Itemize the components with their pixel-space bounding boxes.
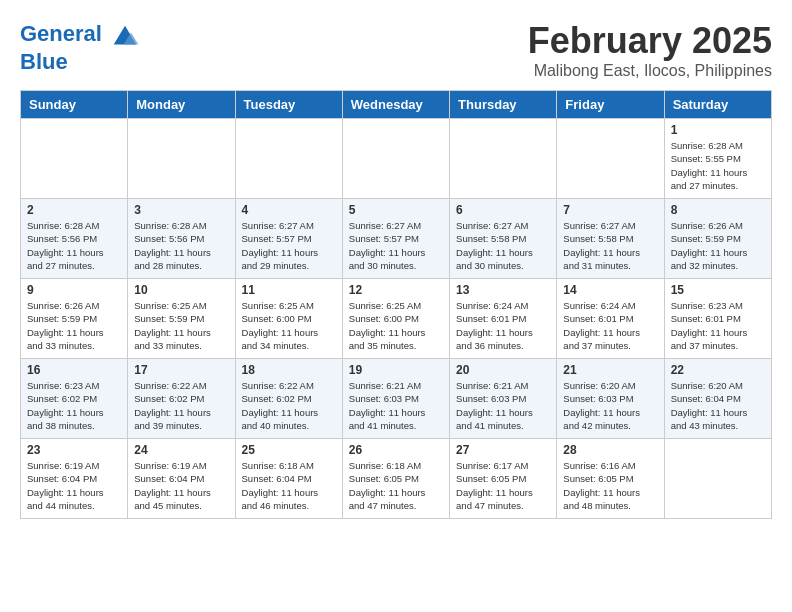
weekday-header-saturday: Saturday: [664, 91, 771, 119]
day-info: Sunrise: 6:25 AM Sunset: 6:00 PM Dayligh…: [242, 299, 336, 352]
weekday-header-thursday: Thursday: [450, 91, 557, 119]
weekday-header-friday: Friday: [557, 91, 664, 119]
day-info: Sunrise: 6:21 AM Sunset: 6:03 PM Dayligh…: [349, 379, 443, 432]
day-number: 7: [563, 203, 657, 217]
day-info: Sunrise: 6:23 AM Sunset: 6:02 PM Dayligh…: [27, 379, 121, 432]
day-number: 16: [27, 363, 121, 377]
calendar-week-2: 2Sunrise: 6:28 AM Sunset: 5:56 PM Daylig…: [21, 199, 772, 279]
day-number: 4: [242, 203, 336, 217]
day-info: Sunrise: 6:17 AM Sunset: 6:05 PM Dayligh…: [456, 459, 550, 512]
calendar-cell: 1Sunrise: 6:28 AM Sunset: 5:55 PM Daylig…: [664, 119, 771, 199]
day-number: 22: [671, 363, 765, 377]
logo-text: General: [20, 20, 140, 50]
calendar-cell: 11Sunrise: 6:25 AM Sunset: 6:00 PM Dayli…: [235, 279, 342, 359]
calendar-cell: 2Sunrise: 6:28 AM Sunset: 5:56 PM Daylig…: [21, 199, 128, 279]
day-number: 28: [563, 443, 657, 457]
calendar-cell: 17Sunrise: 6:22 AM Sunset: 6:02 PM Dayli…: [128, 359, 235, 439]
day-number: 18: [242, 363, 336, 377]
calendar-cell: 25Sunrise: 6:18 AM Sunset: 6:04 PM Dayli…: [235, 439, 342, 519]
day-info: Sunrise: 6:23 AM Sunset: 6:01 PM Dayligh…: [671, 299, 765, 352]
calendar-cell: 22Sunrise: 6:20 AM Sunset: 6:04 PM Dayli…: [664, 359, 771, 439]
calendar-cell: 13Sunrise: 6:24 AM Sunset: 6:01 PM Dayli…: [450, 279, 557, 359]
day-number: 11: [242, 283, 336, 297]
day-number: 9: [27, 283, 121, 297]
weekday-header-wednesday: Wednesday: [342, 91, 449, 119]
calendar-cell: 20Sunrise: 6:21 AM Sunset: 6:03 PM Dayli…: [450, 359, 557, 439]
calendar-cell: 18Sunrise: 6:22 AM Sunset: 6:02 PM Dayli…: [235, 359, 342, 439]
day-info: Sunrise: 6:20 AM Sunset: 6:04 PM Dayligh…: [671, 379, 765, 432]
day-info: Sunrise: 6:20 AM Sunset: 6:03 PM Dayligh…: [563, 379, 657, 432]
calendar-cell: 9Sunrise: 6:26 AM Sunset: 5:59 PM Daylig…: [21, 279, 128, 359]
calendar-cell: 7Sunrise: 6:27 AM Sunset: 5:58 PM Daylig…: [557, 199, 664, 279]
day-info: Sunrise: 6:24 AM Sunset: 6:01 PM Dayligh…: [456, 299, 550, 352]
day-number: 17: [134, 363, 228, 377]
calendar-cell: 26Sunrise: 6:18 AM Sunset: 6:05 PM Dayli…: [342, 439, 449, 519]
day-number: 14: [563, 283, 657, 297]
day-number: 8: [671, 203, 765, 217]
day-number: 1: [671, 123, 765, 137]
day-number: 20: [456, 363, 550, 377]
day-info: Sunrise: 6:26 AM Sunset: 5:59 PM Dayligh…: [27, 299, 121, 352]
weekday-header-sunday: Sunday: [21, 91, 128, 119]
calendar-cell: 15Sunrise: 6:23 AM Sunset: 6:01 PM Dayli…: [664, 279, 771, 359]
day-info: Sunrise: 6:28 AM Sunset: 5:55 PM Dayligh…: [671, 139, 765, 192]
calendar-cell: [128, 119, 235, 199]
logo: General Blue: [20, 20, 140, 74]
day-info: Sunrise: 6:27 AM Sunset: 5:58 PM Dayligh…: [563, 219, 657, 272]
calendar-cell: [21, 119, 128, 199]
logo-icon: [110, 20, 140, 50]
calendar-table: SundayMondayTuesdayWednesdayThursdayFrid…: [20, 90, 772, 519]
calendar-cell: 16Sunrise: 6:23 AM Sunset: 6:02 PM Dayli…: [21, 359, 128, 439]
day-info: Sunrise: 6:19 AM Sunset: 6:04 PM Dayligh…: [27, 459, 121, 512]
calendar-cell: 3Sunrise: 6:28 AM Sunset: 5:56 PM Daylig…: [128, 199, 235, 279]
calendar-cell: [664, 439, 771, 519]
calendar-cell: 10Sunrise: 6:25 AM Sunset: 5:59 PM Dayli…: [128, 279, 235, 359]
day-info: Sunrise: 6:25 AM Sunset: 6:00 PM Dayligh…: [349, 299, 443, 352]
day-number: 2: [27, 203, 121, 217]
day-info: Sunrise: 6:16 AM Sunset: 6:05 PM Dayligh…: [563, 459, 657, 512]
calendar-cell: 21Sunrise: 6:20 AM Sunset: 6:03 PM Dayli…: [557, 359, 664, 439]
day-number: 25: [242, 443, 336, 457]
day-number: 13: [456, 283, 550, 297]
day-info: Sunrise: 6:27 AM Sunset: 5:57 PM Dayligh…: [349, 219, 443, 272]
weekday-header-monday: Monday: [128, 91, 235, 119]
day-info: Sunrise: 6:26 AM Sunset: 5:59 PM Dayligh…: [671, 219, 765, 272]
calendar-cell: [557, 119, 664, 199]
day-info: Sunrise: 6:22 AM Sunset: 6:02 PM Dayligh…: [134, 379, 228, 432]
day-info: Sunrise: 6:22 AM Sunset: 6:02 PM Dayligh…: [242, 379, 336, 432]
calendar-cell: 28Sunrise: 6:16 AM Sunset: 6:05 PM Dayli…: [557, 439, 664, 519]
day-info: Sunrise: 6:19 AM Sunset: 6:04 PM Dayligh…: [134, 459, 228, 512]
calendar-cell: 4Sunrise: 6:27 AM Sunset: 5:57 PM Daylig…: [235, 199, 342, 279]
day-number: 6: [456, 203, 550, 217]
weekday-header-tuesday: Tuesday: [235, 91, 342, 119]
day-number: 26: [349, 443, 443, 457]
location-title: Malibong East, Ilocos, Philippines: [528, 62, 772, 80]
calendar-cell: 8Sunrise: 6:26 AM Sunset: 5:59 PM Daylig…: [664, 199, 771, 279]
day-number: 24: [134, 443, 228, 457]
day-number: 3: [134, 203, 228, 217]
day-info: Sunrise: 6:28 AM Sunset: 5:56 PM Dayligh…: [27, 219, 121, 272]
day-number: 19: [349, 363, 443, 377]
day-info: Sunrise: 6:18 AM Sunset: 6:04 PM Dayligh…: [242, 459, 336, 512]
calendar-week-4: 16Sunrise: 6:23 AM Sunset: 6:02 PM Dayli…: [21, 359, 772, 439]
calendar-cell: [342, 119, 449, 199]
day-number: 5: [349, 203, 443, 217]
calendar-cell: 24Sunrise: 6:19 AM Sunset: 6:04 PM Dayli…: [128, 439, 235, 519]
header-row: SundayMondayTuesdayWednesdayThursdayFrid…: [21, 91, 772, 119]
day-info: Sunrise: 6:27 AM Sunset: 5:57 PM Dayligh…: [242, 219, 336, 272]
day-info: Sunrise: 6:28 AM Sunset: 5:56 PM Dayligh…: [134, 219, 228, 272]
calendar-week-3: 9Sunrise: 6:26 AM Sunset: 5:59 PM Daylig…: [21, 279, 772, 359]
page-header: General Blue February 2025 Malibong East…: [20, 20, 772, 80]
calendar-cell: 27Sunrise: 6:17 AM Sunset: 6:05 PM Dayli…: [450, 439, 557, 519]
calendar-cell: [235, 119, 342, 199]
day-number: 23: [27, 443, 121, 457]
month-title: February 2025: [528, 20, 772, 62]
logo-blue-text: Blue: [20, 50, 140, 74]
calendar-cell: 19Sunrise: 6:21 AM Sunset: 6:03 PM Dayli…: [342, 359, 449, 439]
calendar-cell: 6Sunrise: 6:27 AM Sunset: 5:58 PM Daylig…: [450, 199, 557, 279]
day-info: Sunrise: 6:24 AM Sunset: 6:01 PM Dayligh…: [563, 299, 657, 352]
calendar-header: SundayMondayTuesdayWednesdayThursdayFrid…: [21, 91, 772, 119]
title-block: February 2025 Malibong East, Ilocos, Phi…: [528, 20, 772, 80]
day-info: Sunrise: 6:18 AM Sunset: 6:05 PM Dayligh…: [349, 459, 443, 512]
calendar-cell: 23Sunrise: 6:19 AM Sunset: 6:04 PM Dayli…: [21, 439, 128, 519]
